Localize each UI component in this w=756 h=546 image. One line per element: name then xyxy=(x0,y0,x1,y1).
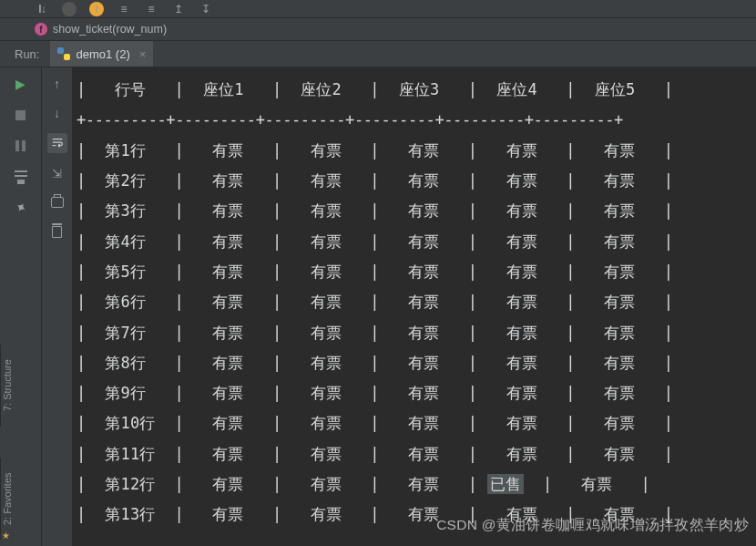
run-toolwindow-header: Run: demo1 (2) × xyxy=(0,41,756,67)
run-toolwindow-body: ▶ ✦ ↑ ↓ ⇲ | 行号 | 座位1 | 座位2 | 座位3 | 座位4 |… xyxy=(0,67,756,546)
structure-item[interactable]: f show_ticket(row_num) xyxy=(0,18,756,41)
align-left-icon[interactable]: ≡ xyxy=(117,2,131,16)
console-actions-gutter: ↑ ↓ ⇲ xyxy=(42,67,73,546)
function-label: show_ticket(row_num) xyxy=(53,23,167,36)
circle-icon[interactable] xyxy=(62,2,77,16)
scroll-down-icon[interactable]: ↓ xyxy=(48,104,66,122)
close-icon[interactable]: × xyxy=(139,47,147,61)
pin-icon[interactable]: ✦ xyxy=(8,195,33,220)
align-center-icon[interactable]: ≡ xyxy=(144,2,158,16)
star-icon: ★ xyxy=(2,531,10,541)
soft-wrap-icon[interactable] xyxy=(47,133,67,153)
print-icon[interactable] xyxy=(48,193,66,211)
expand-up-icon[interactable]: ↥ xyxy=(171,2,186,16)
function-icon: f xyxy=(35,23,47,36)
rerun-icon[interactable]: ▶ xyxy=(12,75,30,93)
clear-icon[interactable] xyxy=(48,222,66,241)
lightbulb-icon[interactable]: i xyxy=(89,2,104,16)
expand-down-icon[interactable]: ↧ xyxy=(199,2,213,16)
scroll-up-icon[interactable]: ↑ xyxy=(48,75,66,93)
stop-icon[interactable] xyxy=(12,106,30,124)
run-tab[interactable]: demo1 (2) × xyxy=(50,41,153,67)
sidebar-tab-structure[interactable]: 7: Structure xyxy=(0,345,15,427)
python-icon xyxy=(57,47,70,60)
console-output[interactable]: | 行号 | 座位1 | 座位2 | 座位3 | 座位4 | 座位5 | +--… xyxy=(73,67,756,546)
sidebar-tab-favorites[interactable]: 2: Favorites xyxy=(0,458,15,540)
run-label: Run: xyxy=(0,47,50,61)
pause-icon[interactable] xyxy=(12,137,30,155)
top-toolbar: I↓ i ≡ ≡ ↥ ↧ xyxy=(0,0,756,18)
scroll-to-end-icon[interactable]: ⇲ xyxy=(48,164,66,182)
run-tab-name: demo1 (2) xyxy=(76,47,129,61)
sort-icon[interactable]: I↓ xyxy=(35,2,49,16)
dump-threads-icon[interactable] xyxy=(12,168,30,186)
